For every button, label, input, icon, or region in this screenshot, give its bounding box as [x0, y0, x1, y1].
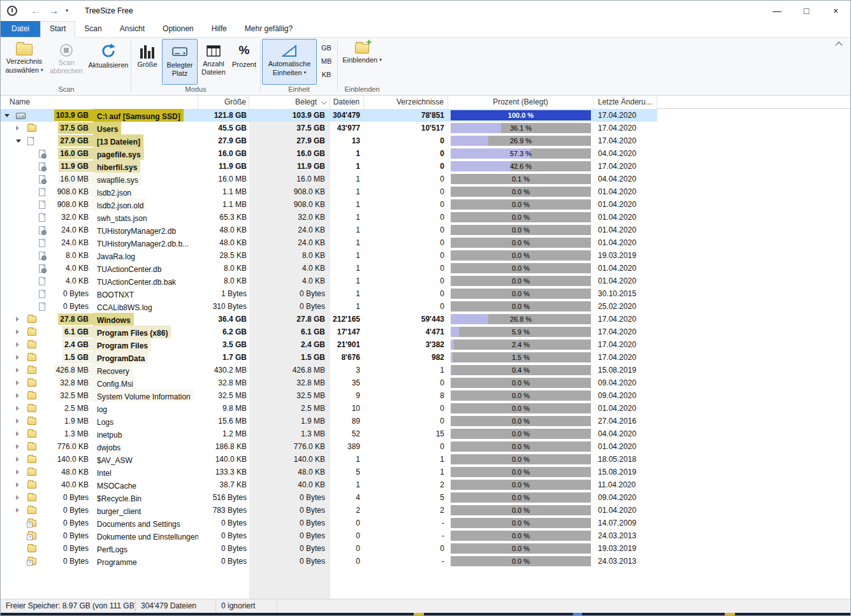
expand-chevron-icon[interactable]	[16, 419, 19, 424]
allocated-cell: 40.0 KB	[249, 478, 330, 491]
tree-row[interactable]: 140.0 KB$AV_ASW140.0 KB140.0 KB110.0 %18…	[1, 453, 657, 466]
tree-row[interactable]: 48.0 KBIntel133.3 KB48.0 KB510.0 %15.08.…	[1, 466, 657, 478]
expand-chevron-icon[interactable]	[16, 444, 19, 449]
collapse-chevron-icon[interactable]	[16, 140, 21, 143]
expand-chevron-icon[interactable]	[16, 125, 19, 131]
tab-mehr-gefaellig[interactable]: Mehr gefällig?	[236, 21, 302, 37]
tree-row[interactable]: 426.8 MBRecovery430.2 MB426.8 MB310.4 %1…	[1, 364, 657, 376]
column-header-letzte[interactable]: Letzte Änderu...	[593, 96, 657, 109]
refresh-button[interactable]: Aktualisieren	[87, 39, 129, 85]
tab-ansicht[interactable]: Ansicht	[111, 21, 154, 37]
expand-chevron-icon[interactable]	[16, 355, 19, 360]
tree-row[interactable]: 4.0 KBTUActionCenter.db8.0 KB4.0 KB100.0…	[1, 262, 657, 275]
tree-row[interactable]: 32.8 MBConfig.Msi32.8 MB32.8 MB3500.0 %0…	[1, 376, 657, 389]
back-icon[interactable]: ←	[31, 1, 40, 20]
tree-row[interactable]: 27.9 GB[13 Dateien]27.9 GB27.9 GB13026.9…	[1, 134, 657, 147]
size-label-box: 426.8 MB	[37, 364, 93, 376]
expand-chevron-icon[interactable]	[16, 406, 19, 411]
tab-optionen[interactable]: Optionen	[154, 21, 203, 37]
close-button[interactable]: ×	[821, 1, 850, 21]
auto-units-button[interactable]: Automatische Einheiten ▾	[262, 39, 317, 85]
column-header-verzeichnisse[interactable]: Verzeichnisse	[364, 96, 448, 109]
expand-chevron-icon[interactable]	[16, 482, 19, 487]
expand-chevron-icon[interactable]	[16, 469, 19, 475]
tab-scan[interactable]: Scan	[75, 21, 110, 37]
tree-row[interactable]: 0 Bytes$Recycle.Bin516 Bytes0 Bytes450.0…	[1, 491, 657, 504]
percent-label: 0.0 %	[451, 454, 591, 464]
collapse-chevron-icon[interactable]	[4, 114, 10, 117]
item-name: pagefile.sys	[93, 147, 144, 160]
tree-row[interactable]: 1.5 GBProgramData1.7 GB1.5 GB8'6769821.5…	[1, 351, 657, 364]
tree-row[interactable]: 37.5 GBUsers45.5 GB37.5 GB43'97710'51736…	[1, 122, 657, 134]
tree-row[interactable]: 16.0 GBpagefile.sys16.0 GB16.0 GB1057.3 …	[1, 147, 657, 160]
tree-row[interactable]: 24.0 KBTUHistoryManager2.db.b...48.0 KB2…	[1, 236, 657, 249]
size-mode-button[interactable]: Größe	[133, 39, 162, 85]
tree-row[interactable]: 11.9 GBhiberfil.sys11.9 GB11.9 GB1042.6 …	[1, 160, 657, 173]
minimize-button[interactable]: —	[762, 1, 792, 21]
tree-row[interactable]: 0 BytesProgramme0 Bytes0 Bytes0-0.0 %24.…	[1, 555, 657, 568]
tree-row[interactable]: 27.8 GBWindows36.4 GB27.8 GB212'16559'44…	[1, 313, 657, 326]
expand-chevron-icon[interactable]	[16, 368, 19, 373]
percent-cell: 0.0 %	[448, 224, 593, 236]
tree-row[interactable]: 24.0 KBTUHistoryManager2.db48.0 KB24.0 K…	[1, 224, 657, 236]
size-label-box: 24.0 KB	[37, 236, 93, 249]
column-header-prozent[interactable]: Prozent (Belegt)	[448, 96, 593, 109]
tab-start[interactable]: Start	[40, 21, 75, 38]
tree-row[interactable]: 2.5 MBlog9.8 MB2.5 MB1000.0 %01.04.2020	[1, 402, 657, 415]
expand-chevron-icon[interactable]	[16, 508, 19, 513]
size-label: 0 Bytes	[61, 301, 93, 312]
allocated-cell: 1.9 MB	[249, 415, 330, 427]
percent-icon: %	[239, 42, 250, 59]
tree-row[interactable]: 32.0 KBswh_stats.json65.3 KB32.0 KB100.0…	[1, 211, 657, 224]
tab-datei[interactable]: Datei	[1, 21, 40, 37]
tree-row[interactable]: 8.0 KBJavaRa.log28.5 KB8.0 KB100.0 %19.0…	[1, 249, 657, 262]
column-header-belegt[interactable]: Belegt	[249, 96, 330, 109]
expand-chevron-icon[interactable]	[16, 431, 19, 436]
forward-icon[interactable]: →	[49, 1, 59, 20]
percent-bar: 0.0 %	[451, 238, 591, 248]
expand-chevron-icon[interactable]	[16, 393, 19, 398]
column-header-groesse[interactable]: Größe	[198, 96, 249, 109]
tree-row[interactable]: 2.4 GBProgram Files3.5 GB2.4 GB21'9013'3…	[1, 338, 657, 351]
expand-chevron-icon[interactable]	[16, 342, 19, 347]
column-header-dateien[interactable]: Dateien	[330, 96, 364, 109]
percent-mode-button[interactable]: % Prozent	[229, 39, 259, 85]
tree-row[interactable]: 1.9 MBLogs15.6 MB1.9 MB8900.0 %27.04.201…	[1, 415, 657, 427]
tree-row[interactable]: 0 BytesCCALib8WS.log310 Bytes0 Bytes100.…	[1, 300, 657, 313]
unit-kb-button[interactable]: KB	[317, 68, 336, 82]
tree-row[interactable]: 4.0 KBTUActionCenter.db.bak8.0 KB4.0 KB1…	[1, 275, 657, 287]
tree-row[interactable]: 0 BytesDokumente und Einstellungen0 Byte…	[1, 529, 657, 542]
expand-chevron-icon[interactable]	[16, 495, 19, 500]
expand-chevron-icon[interactable]	[16, 380, 19, 385]
tree-row[interactable]: 0 BytesPerfLogs0 Bytes0 Bytes000.0 %19.0…	[1, 542, 657, 555]
show-button[interactable]: + Einblenden ▾	[339, 39, 385, 85]
tree-row[interactable]: 6.1 GBProgram Files (x86)6.2 GB6.1 GB17'…	[1, 326, 657, 338]
tree-row[interactable]: 16.0 MBswapfile.sys16.0 MB16.0 MB100.1 %…	[1, 173, 657, 185]
tree-row[interactable]: 40.0 KBMSOCache38.7 KB40.0 KB120.0 %11.0…	[1, 478, 657, 491]
item-name: Program Files (x86)	[93, 326, 171, 338]
tree-row[interactable]: 776.0 KBdwjobs186.8 KB776.0 KB38900.0 %0…	[1, 440, 657, 453]
allocated-mode-button[interactable]: Belegter Platz	[162, 39, 198, 85]
file-count-mode-button[interactable]: Anzahl Dateien	[198, 39, 229, 85]
maximize-button[interactable]: □	[792, 1, 821, 21]
unit-gb-button[interactable]: GB	[317, 41, 336, 55]
tree-row[interactable]: 32.5 MBSystem Volume Information32.5 MB3…	[1, 389, 657, 402]
folders-cell: 0	[364, 236, 448, 249]
tree-row[interactable]: 908.0 KBlsdb2.json.old1.1 MB908.0 KB100.…	[1, 198, 657, 211]
quick-access-caret-icon[interactable]: ▾	[66, 1, 68, 20]
tree-row[interactable]: 103.9 GBC:\ auf [Samsung SSD]121.8 GB103…	[1, 109, 657, 122]
tree-row[interactable]: 0 BytesBOOTNXT1 Bytes0 Bytes100.0 %30.10…	[1, 287, 657, 300]
expand-chevron-icon[interactable]	[16, 329, 19, 334]
tree-row[interactable]: 0 Bytesburger_client783 Bytes0 Bytes220.…	[1, 504, 657, 517]
tree-row[interactable]: 1.3 MBinetpub1.2 MB1.3 MB52150.0 %04.04.…	[1, 427, 657, 440]
tab-hilfe[interactable]: Hilfe	[203, 21, 236, 37]
tree-row[interactable]: 908.0 KBlsdb2.json1.1 MB908.0 KB100.0 %0…	[1, 185, 657, 198]
select-directory-button[interactable]: Verzeichnis auswählen ▾	[3, 39, 45, 85]
collapse-ribbon-icon[interactable]	[835, 41, 842, 48]
column-header-name[interactable]: Name	[1, 96, 198, 109]
folders-cell: 0	[364, 415, 448, 427]
expand-chevron-icon[interactable]	[16, 317, 19, 322]
tree-row[interactable]: 0 BytesDocuments and Settings0 Bytes0 By…	[1, 517, 657, 529]
expand-chevron-icon[interactable]	[16, 457, 19, 462]
unit-mb-button[interactable]: MB	[317, 55, 336, 68]
